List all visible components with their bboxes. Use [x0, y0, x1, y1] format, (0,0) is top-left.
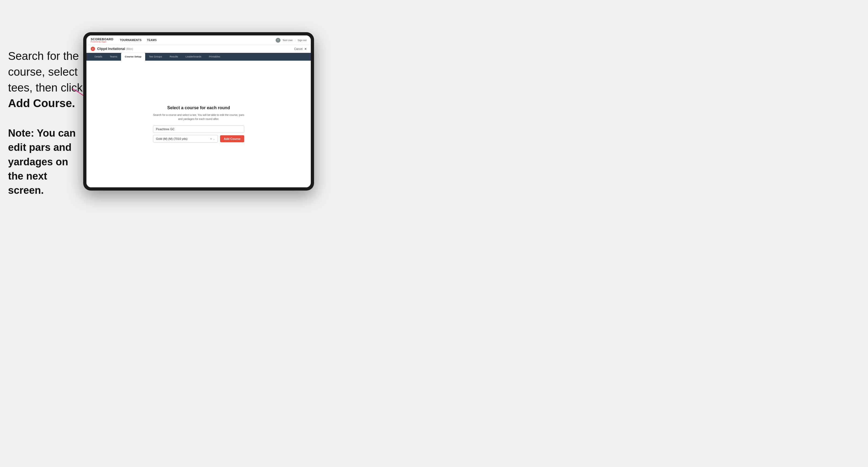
- tournament-subtitle: (Men): [126, 48, 133, 51]
- tablet-screen: SCOREBOARD Powered by clippd TOURNAMENTS…: [86, 35, 311, 187]
- tee-clear-icon[interactable]: ✕: [210, 137, 212, 141]
- nav-links: TOURNAMENTS TEAMS: [120, 39, 275, 41]
- add-course-button[interactable]: Add Course: [220, 135, 244, 142]
- course-section-heading: Select a course for each round: [153, 105, 244, 110]
- tee-chevron-icon[interactable]: ⌄: [213, 137, 215, 141]
- annotation-text: Search for the course, select tees, then…: [8, 50, 83, 110]
- nav-teams[interactable]: TEAMS: [147, 39, 157, 41]
- course-section-description: Search for a course and select a tee. Yo…: [153, 113, 244, 121]
- user-avatar: T: [276, 38, 280, 43]
- annotation-note: Note: You can edit pars and yardages on …: [8, 126, 83, 197]
- tab-printables[interactable]: Printables: [205, 53, 224, 61]
- top-nav: SCOREBOARD Powered by clippd TOURNAMENTS…: [86, 35, 311, 45]
- brand-sub: Powered by clippd: [91, 41, 113, 43]
- tab-tee-groups[interactable]: Tee Groups: [145, 53, 166, 61]
- tee-select-row: Gold (M) (M) (7010 yds) ✕ ⌄ Add Course: [153, 135, 244, 143]
- tablet-frame: SCOREBOARD Powered by clippd TOURNAMENTS…: [83, 32, 314, 191]
- tournament-bar: C Clippd Invitational (Men) Cancel ✕: [86, 45, 311, 53]
- nav-tournaments[interactable]: TOURNAMENTS: [120, 39, 142, 41]
- brand: SCOREBOARD Powered by clippd: [91, 38, 113, 43]
- sign-out-link[interactable]: Sign out: [298, 39, 307, 41]
- tab-bar: Details Teams Course Setup Tee Groups Re…: [86, 53, 311, 61]
- tab-course-setup[interactable]: Course Setup: [121, 53, 145, 61]
- tee-select-value: Gold (M) (M) (7010 yds): [156, 137, 187, 141]
- brand-title: SCOREBOARD: [91, 38, 113, 41]
- tab-details[interactable]: Details: [91, 53, 106, 61]
- tab-teams[interactable]: Teams: [106, 53, 121, 61]
- tee-select[interactable]: Gold (M) (M) (7010 yds) ✕ ⌄: [153, 135, 218, 143]
- left-annotation: Search for the course, select tees, then…: [8, 48, 83, 197]
- tee-select-controls: ✕ ⌄: [210, 137, 215, 141]
- course-card: Select a course for each round Search fo…: [153, 105, 244, 143]
- tab-leaderboards[interactable]: Leaderboards: [182, 53, 205, 61]
- course-search-input[interactable]: [153, 125, 244, 133]
- cancel-x-icon: ✕: [304, 48, 307, 51]
- divider: |: [295, 39, 296, 41]
- tournament-title: Clippd Invitational: [97, 47, 125, 51]
- user-name: Test User: [283, 39, 293, 41]
- user-area: T Test User | Sign out: [276, 38, 307, 43]
- main-content: Select a course for each round Search fo…: [86, 61, 311, 187]
- tab-results[interactable]: Results: [166, 53, 182, 61]
- tournament-icon: C: [91, 47, 95, 51]
- cancel-button[interactable]: Cancel ✕: [294, 48, 307, 51]
